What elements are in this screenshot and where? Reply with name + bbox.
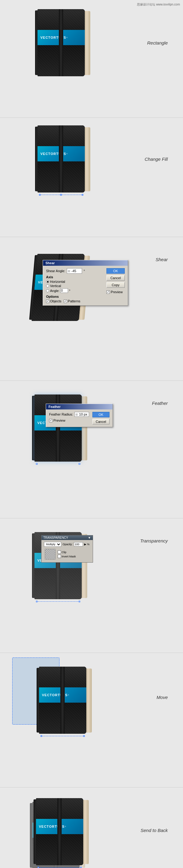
book-cover: VECTORTUTS+ xyxy=(37,9,85,76)
patterns-label: Patterns xyxy=(68,299,80,303)
angle-radio[interactable] xyxy=(46,289,49,292)
section-label-shear: Shear xyxy=(156,257,168,262)
shear-ok-button[interactable]: OK xyxy=(106,268,125,274)
options-label: Options xyxy=(46,295,104,299)
feather-dialog-title: Feather xyxy=(46,404,113,409)
clip-label: Clip xyxy=(62,551,66,554)
selection-line-move xyxy=(41,736,84,736)
horizontal-radio-row: Horizontal xyxy=(46,280,104,283)
vertical-radio[interactable] xyxy=(46,284,49,287)
invert-mask-checkbox[interactable] xyxy=(58,555,61,558)
patterns-checkbox[interactable] xyxy=(64,300,67,303)
horizontal-label: Horizontal xyxy=(50,280,65,283)
handle-feather-br xyxy=(79,463,80,465)
objects-checkbox[interactable] xyxy=(46,300,50,303)
feather-ok-button[interactable]: OK xyxy=(92,412,110,417)
selection-line xyxy=(40,195,83,195)
vertical-label: Vertical xyxy=(50,284,61,288)
transparency-title: TRANSPARENCY ▼ xyxy=(41,535,93,540)
book-cover-6: VECTORTUTS+ xyxy=(39,666,86,734)
section-transparency: VECTORTUTS+ TRANSPARENCY ▼ xyxy=(0,520,183,651)
opacity-input[interactable] xyxy=(74,542,83,547)
feather-preview-label: Preview xyxy=(53,418,65,422)
feather-radius-label: Feather Radius: xyxy=(49,412,73,416)
section-label-transparency: Transparency xyxy=(140,538,168,544)
angle-axis-input[interactable] xyxy=(60,288,68,293)
feather-radius-value: 10 px xyxy=(78,412,88,416)
shear-angle-label: Shear Angle: xyxy=(46,269,65,273)
vertical-radio-row: Vertical xyxy=(46,284,104,288)
invert-mask-label: Invert Mask xyxy=(62,555,76,558)
elastic-band-7 xyxy=(57,798,62,865)
angle-axis-row: Angle: ° xyxy=(46,288,104,293)
section-send-to-back: VECTORTUTS+ VECTORTUTS+ xyxy=(0,789,183,868)
shear-copy-button[interactable]: Copy xyxy=(106,282,125,288)
transparency-thumbnail xyxy=(45,549,56,560)
section-label-change-fill: Change Fill xyxy=(145,156,168,162)
section-shear: VECTORTUTS+ Shear Shear Angle: xyxy=(0,239,183,379)
selection-line-stb xyxy=(38,867,81,868)
blend-mode-select[interactable]: Multiply xyxy=(44,542,61,547)
feather-dialog: Feather Feather Radius: ⊞ 10 px xyxy=(46,404,113,427)
elastic-band xyxy=(59,9,63,76)
horizontal-radio[interactable] xyxy=(46,280,49,283)
transparency-panel: TRANSPARENCY ▼ Multiply Opacity: ▶ % xyxy=(41,535,93,563)
objects-label: Objects xyxy=(50,299,61,303)
section-change-fill: VECTORTUTS+ Change Fill xyxy=(0,119,183,235)
clip-checkbox[interactable] xyxy=(58,550,61,554)
section-move: VECTORTUTS+ Move xyxy=(0,654,183,786)
watermark: 思缘设计论坛 www.isvvlipn.com xyxy=(137,2,180,7)
section-label-move: Move xyxy=(156,695,168,700)
section-label-rectangle: Rectangle xyxy=(147,40,168,45)
book-cover-7: VECTORTUTS+ xyxy=(36,798,83,865)
section-label-feather: Feather xyxy=(152,401,168,406)
opacity-label: Opacity: xyxy=(63,543,72,546)
shear-angle-input[interactable] xyxy=(70,269,81,273)
opacity-unit: ▶ % xyxy=(84,543,90,546)
handle-feather-bl xyxy=(36,463,37,465)
elastic-band-6 xyxy=(60,666,65,734)
section-feather: VECTORTUTS+ Feather xyxy=(0,382,183,517)
section-label-send-to-back: Send to Back xyxy=(141,828,168,833)
selection-line-trans xyxy=(37,601,80,602)
shear-cancel-button[interactable]: Cancel xyxy=(106,275,125,281)
shear-axis-label: Axis xyxy=(46,275,104,279)
book-cover-2: VECTORTUTS+ xyxy=(37,125,85,192)
feather-cancel-button[interactable]: Cancel xyxy=(92,419,110,424)
section-rectangle: VECTORTUTS+ Rectangle xyxy=(0,0,183,116)
feather-preview-checkbox[interactable] xyxy=(49,419,53,422)
shear-preview-checkbox[interactable] xyxy=(106,290,110,294)
shear-dialog: Shear Shear Angle: ⊞ xyxy=(43,260,128,306)
elastic-band-2 xyxy=(59,125,63,192)
shear-preview-label: Preview xyxy=(111,290,123,294)
shear-dialog-title: Shear xyxy=(43,260,128,266)
